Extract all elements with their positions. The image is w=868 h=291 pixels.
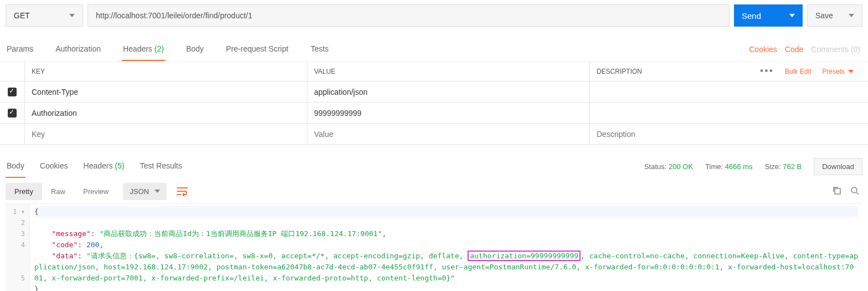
tab-tests[interactable]: Tests [310, 38, 330, 61]
resp-tab-test-results[interactable]: Test Results [138, 155, 183, 178]
status-value: 200 OK [669, 162, 693, 171]
method-value: GET [14, 11, 30, 20]
checkbox[interactable] [8, 109, 17, 118]
response-body: 1 ▾234 5 { "message": "商品获取成功：当前商品Id为：1当… [6, 203, 862, 291]
size-value: 762 B [783, 162, 802, 171]
download-button[interactable]: Download [814, 158, 862, 175]
url-input[interactable] [88, 4, 730, 27]
tab-body[interactable]: Body [185, 38, 205, 61]
svg-rect-0 [835, 188, 840, 194]
format-select[interactable]: JSON [123, 183, 167, 200]
resp-tab-headers[interactable]: Headers (5) [83, 155, 126, 178]
resp-headers-count: (5) [115, 161, 124, 170]
header-value-input[interactable] [314, 109, 583, 118]
header-key-input[interactable] [32, 88, 300, 96]
time-value: 4666 ms [725, 162, 753, 171]
status-info: Status: 200 OK Time: 4666 ms Size: 762 B… [644, 158, 862, 175]
resp-tab-cookies[interactable]: Cookies [39, 155, 69, 178]
table-row-new [0, 124, 868, 145]
headers-table-head: KEY VALUE DESCRIPTION ••• Bulk Edit Pres… [0, 62, 868, 81]
tab-params[interactable]: Params [6, 38, 34, 61]
size-label: Size: [765, 162, 781, 171]
chevron-down-icon [789, 14, 795, 17]
tab-prerequest[interactable]: Pre-request Script [225, 38, 290, 61]
table-row [0, 81, 868, 103]
chevron-down-icon [849, 14, 854, 17]
checkbox[interactable] [8, 88, 17, 96]
chevron-down-icon [155, 190, 160, 193]
time-label: Time: [705, 162, 723, 171]
presets-link[interactable]: Presets [822, 68, 854, 75]
header-desc-input[interactable] [597, 109, 861, 118]
comments-link[interactable]: Comments (0) [811, 45, 860, 54]
headers-table: KEY VALUE DESCRIPTION ••• Bulk Edit Pres… [0, 62, 868, 145]
status-label: Status: [644, 162, 666, 171]
view-pretty[interactable]: Pretty [6, 183, 42, 200]
save-label: Save [815, 11, 833, 20]
search-icon[interactable] [850, 186, 859, 197]
header-key-input[interactable] [32, 109, 300, 118]
more-icon[interactable]: ••• [760, 65, 774, 77]
format-value: JSON [130, 187, 149, 196]
copy-icon[interactable] [833, 186, 841, 197]
col-desc-header: DESCRIPTION [597, 68, 642, 75]
col-value-header: VALUE [307, 62, 589, 81]
code-link[interactable]: Code [785, 45, 803, 54]
line-gutter: 1 ▾234 5 [6, 204, 30, 291]
method-select[interactable]: GET [6, 4, 83, 27]
tab-authorization[interactable]: Authorization [54, 38, 102, 61]
response-tabs: Body Cookies Headers (5) Test Results [6, 155, 183, 178]
view-preview[interactable]: Preview [74, 183, 117, 200]
body-toolbar: Pretty Raw Preview JSON [0, 178, 868, 203]
chevron-down-icon [69, 14, 75, 17]
header-key-input[interactable] [32, 130, 300, 139]
view-raw[interactable]: Raw [42, 183, 74, 200]
request-tabs-row: Params Authorization Headers (2) Body Pr… [0, 38, 868, 62]
request-tabs: Params Authorization Headers (2) Body Pr… [6, 38, 330, 61]
request-bar: GET Send Save [0, 0, 868, 33]
tab-headers[interactable]: Headers (2) [122, 38, 165, 61]
col-key-header: KEY [24, 62, 307, 81]
header-desc-input[interactable] [597, 88, 861, 96]
save-button[interactable]: Save [807, 4, 862, 27]
header-value-input[interactable] [314, 130, 583, 139]
header-desc-input[interactable] [597, 130, 861, 139]
chevron-down-icon [848, 70, 854, 73]
tab-headers-label: Headers [123, 44, 152, 53]
resp-tab-body[interactable]: Body [6, 155, 25, 178]
send-label: Send [742, 11, 761, 21]
tab-headers-count: (2) [155, 44, 164, 53]
cookies-link[interactable]: Cookies [749, 45, 777, 54]
svg-point-1 [851, 187, 857, 193]
json-code[interactable]: { "message": "商品获取成功：当前商品Id为：1当前调用商品服务IP… [30, 204, 862, 291]
table-row [0, 103, 868, 124]
wrap-lines-icon[interactable] [173, 182, 191, 200]
request-right-links: Cookies Code Comments (0) [749, 45, 862, 54]
highlighted-authorization: authorization=99999999999 [468, 251, 581, 261]
send-button[interactable]: Send [734, 4, 803, 27]
response-meta: Body Cookies Headers (5) Test Results St… [0, 151, 868, 178]
header-value-input[interactable] [314, 88, 583, 96]
bulk-edit-link[interactable]: Bulk Edit [785, 68, 811, 75]
